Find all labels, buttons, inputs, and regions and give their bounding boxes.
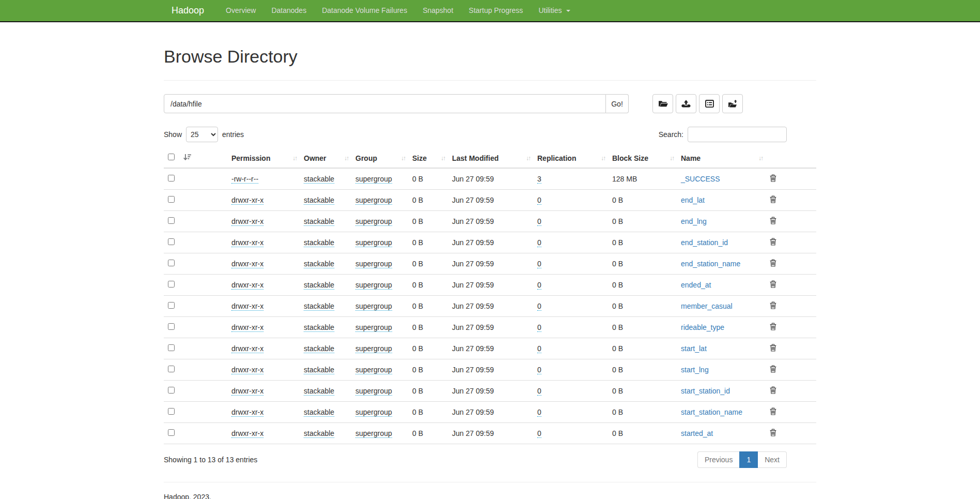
row-select-checkbox[interactable] xyxy=(168,281,175,288)
owner-value[interactable]: stackable xyxy=(304,238,334,247)
file-name-link[interactable]: rideable_type xyxy=(681,323,724,331)
group-value[interactable]: supergroup xyxy=(355,302,392,311)
select-all-checkbox[interactable] xyxy=(168,154,175,160)
go-button[interactable]: Go! xyxy=(606,94,629,113)
column-header-group[interactable]: Group↓↑ xyxy=(351,148,408,168)
permission-value[interactable]: drwxr-xr-x xyxy=(231,366,263,374)
group-value[interactable]: supergroup xyxy=(355,366,392,374)
delete-button[interactable] xyxy=(770,195,776,205)
file-name-link[interactable]: start_station_id xyxy=(681,387,730,395)
replication-value[interactable]: 0 xyxy=(537,366,541,374)
upload-files-button[interactable] xyxy=(676,94,696,113)
nav-item-utilities-dropdown[interactable]: Utilities xyxy=(531,0,578,22)
delete-button[interactable] xyxy=(770,386,776,396)
permission-value[interactable]: drwxr-xr-x xyxy=(231,344,263,353)
file-name-link[interactable]: start_lng xyxy=(681,366,709,374)
permission-value[interactable]: -rw-r--r-- xyxy=(231,175,258,184)
row-select-checkbox[interactable] xyxy=(168,408,175,415)
file-name-link[interactable]: _SUCCESS xyxy=(681,175,720,183)
file-name-link[interactable]: start_lat xyxy=(681,344,707,353)
page-1-button[interactable]: 1 xyxy=(739,451,758,468)
delete-button[interactable] xyxy=(770,429,776,438)
replication-value[interactable]: 0 xyxy=(537,387,541,396)
delete-button[interactable] xyxy=(770,365,776,374)
quota-button[interactable] xyxy=(699,94,720,113)
permission-value[interactable]: drwxr-xr-x xyxy=(231,408,263,417)
row-select-checkbox[interactable] xyxy=(168,344,175,351)
column-header-replication[interactable]: Replication↓↑ xyxy=(533,148,608,168)
row-select-checkbox[interactable] xyxy=(168,429,175,436)
file-name-link[interactable]: end_station_id xyxy=(681,238,728,247)
owner-value[interactable]: stackable xyxy=(304,323,334,332)
permission-value[interactable]: drwxr-xr-x xyxy=(231,281,263,290)
row-select-checkbox[interactable] xyxy=(168,366,175,372)
nav-item-datanode-volume-failures[interactable]: Datanode Volume Failures xyxy=(314,0,415,22)
group-value[interactable]: supergroup xyxy=(355,281,392,290)
owner-value[interactable]: stackable xyxy=(304,281,334,290)
owner-value[interactable]: stackable xyxy=(304,408,334,417)
delete-button[interactable] xyxy=(770,301,776,311)
file-name-link[interactable]: start_station_name xyxy=(681,408,742,416)
replication-value[interactable]: 0 xyxy=(537,281,541,290)
column-header-block-size[interactable]: Block Size↓↑ xyxy=(608,148,677,168)
row-select-checkbox[interactable] xyxy=(168,217,175,224)
row-select-checkbox[interactable] xyxy=(168,175,175,182)
file-name-link[interactable]: end_lng xyxy=(681,217,707,225)
search-input[interactable] xyxy=(688,127,787,142)
owner-value[interactable]: stackable xyxy=(304,302,334,311)
file-name-link[interactable]: end_station_name xyxy=(681,260,740,268)
owner-value[interactable]: stackable xyxy=(304,175,334,184)
group-value[interactable]: supergroup xyxy=(355,260,392,268)
file-name-link[interactable]: ended_at xyxy=(681,281,711,289)
replication-value[interactable]: 0 xyxy=(537,344,541,353)
permission-value[interactable]: drwxr-xr-x xyxy=(231,260,263,268)
permission-value[interactable]: drwxr-xr-x xyxy=(231,429,263,438)
permission-value[interactable]: drwxr-xr-x xyxy=(231,323,263,332)
group-value[interactable]: supergroup xyxy=(355,387,392,396)
replication-value[interactable]: 0 xyxy=(537,196,541,205)
owner-value[interactable]: stackable xyxy=(304,260,334,268)
file-name-link[interactable]: member_casual xyxy=(681,302,733,310)
group-value[interactable]: supergroup xyxy=(355,323,392,332)
group-value[interactable]: supergroup xyxy=(355,238,392,247)
group-value[interactable]: supergroup xyxy=(355,175,392,184)
delete-button[interactable] xyxy=(770,344,776,353)
delete-button[interactable] xyxy=(770,217,776,226)
brand-link[interactable]: Hadoop xyxy=(164,0,212,22)
owner-value[interactable]: stackable xyxy=(304,196,334,205)
replication-value[interactable]: 0 xyxy=(537,260,541,268)
replication-value[interactable]: 0 xyxy=(537,302,541,311)
permission-value[interactable]: drwxr-xr-x xyxy=(231,387,263,396)
page-size-select[interactable]: 25 xyxy=(186,127,218,142)
group-value[interactable]: supergroup xyxy=(355,344,392,353)
replication-value[interactable]: 0 xyxy=(537,429,541,438)
delete-button[interactable] xyxy=(770,259,776,268)
delete-button[interactable] xyxy=(770,323,776,332)
group-value[interactable]: supergroup xyxy=(355,217,392,226)
row-select-checkbox[interactable] xyxy=(168,238,175,245)
permission-value[interactable]: drwxr-xr-x xyxy=(231,238,263,247)
replication-value[interactable]: 3 xyxy=(537,175,541,184)
owner-value[interactable]: stackable xyxy=(304,366,334,374)
owner-value[interactable]: stackable xyxy=(304,429,334,438)
delete-button[interactable] xyxy=(770,238,776,247)
group-value[interactable]: supergroup xyxy=(355,196,392,205)
owner-value[interactable]: stackable xyxy=(304,387,334,396)
nav-item-startup-progress[interactable]: Startup Progress xyxy=(461,0,531,22)
nav-item-snapshot[interactable]: Snapshot xyxy=(415,0,461,22)
row-select-checkbox[interactable] xyxy=(168,323,175,330)
replication-value[interactable]: 0 xyxy=(537,217,541,226)
column-header-last-modified[interactable]: Last Modified↓↑ xyxy=(448,148,533,168)
replication-value[interactable]: 0 xyxy=(537,323,541,332)
group-value[interactable]: supergroup xyxy=(355,429,392,438)
path-input[interactable] xyxy=(164,94,606,113)
delete-button[interactable] xyxy=(770,407,776,417)
column-header-owner[interactable]: Owner↓↑ xyxy=(300,148,351,168)
replication-value[interactable]: 0 xyxy=(537,408,541,417)
permission-value[interactable]: drwxr-xr-x xyxy=(231,217,263,226)
nav-item-datanodes[interactable]: Datanodes xyxy=(263,0,314,22)
select-all-header[interactable] xyxy=(164,148,227,168)
column-header-name[interactable]: Name↓↑ xyxy=(677,148,766,168)
previous-page-button[interactable]: Previous xyxy=(697,451,739,468)
file-name-link[interactable]: end_lat xyxy=(681,196,705,204)
